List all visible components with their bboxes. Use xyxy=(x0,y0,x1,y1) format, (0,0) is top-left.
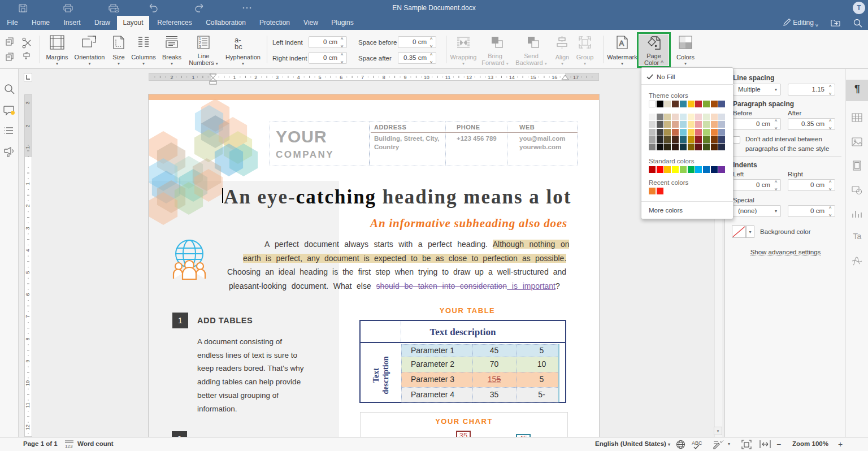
svg-text:6: 6 xyxy=(340,75,342,80)
svg-text:3: 3 xyxy=(199,45,201,49)
svg-text:11: 11 xyxy=(445,75,450,80)
svg-text:8: 8 xyxy=(25,337,31,340)
svg-text:11: 11 xyxy=(25,402,31,407)
svg-text:A: A xyxy=(619,39,624,47)
svg-text:5: 5 xyxy=(25,271,31,274)
svg-text:4: 4 xyxy=(297,75,300,80)
svg-text:9: 9 xyxy=(403,75,406,80)
svg-text:10: 10 xyxy=(424,75,429,80)
svg-text:8: 8 xyxy=(383,75,385,80)
svg-text:ABC: ABC xyxy=(692,440,702,446)
svg-text:3: 3 xyxy=(25,101,31,104)
svg-text:1: 1 xyxy=(192,75,194,80)
svg-text:2: 2 xyxy=(199,41,201,45)
svg-text:123: 123 xyxy=(65,444,73,449)
svg-text:2: 2 xyxy=(170,75,173,80)
svg-text:2: 2 xyxy=(25,124,31,127)
svg-text:7: 7 xyxy=(361,75,364,80)
svg-text:1: 1 xyxy=(25,146,31,149)
svg-text:2: 2 xyxy=(254,75,257,80)
svg-text:1: 1 xyxy=(25,182,31,185)
svg-text:10: 10 xyxy=(25,380,31,386)
svg-text:14: 14 xyxy=(509,75,515,80)
svg-text:1: 1 xyxy=(199,37,201,41)
svg-text:1: 1 xyxy=(233,75,236,80)
svg-text:4: 4 xyxy=(25,249,31,251)
svg-text:15: 15 xyxy=(530,75,536,80)
svg-text:12: 12 xyxy=(466,75,472,80)
svg-text:bc: bc xyxy=(235,42,242,50)
svg-text:3: 3 xyxy=(25,227,31,229)
svg-text:6: 6 xyxy=(25,293,31,296)
svg-text:12: 12 xyxy=(25,424,31,430)
svg-text:7: 7 xyxy=(25,315,31,318)
svg-text:2: 2 xyxy=(25,204,31,207)
svg-text:3: 3 xyxy=(276,75,279,80)
svg-text:5: 5 xyxy=(318,75,321,80)
svg-text:17: 17 xyxy=(573,75,579,80)
svg-text:13: 13 xyxy=(488,75,493,80)
svg-text:16: 16 xyxy=(552,75,557,80)
svg-text:9: 9 xyxy=(25,359,31,362)
